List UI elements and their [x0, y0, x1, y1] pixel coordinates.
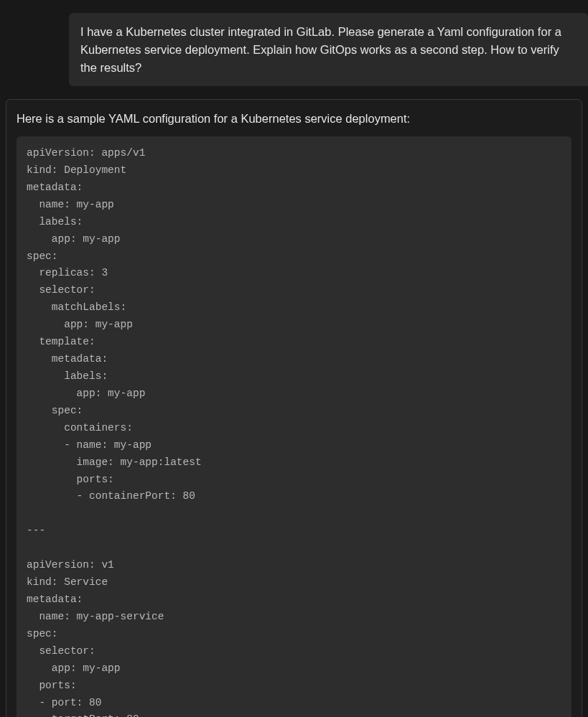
assistant-message-container: Here is a sample YAML configuration for … — [6, 99, 582, 717]
code-content: apiVersion: apps/v1 kind: Deployment met… — [27, 145, 561, 717]
user-message-container: I have a Kubernetes cluster integrated i… — [0, 0, 588, 99]
code-block[interactable]: apiVersion: apps/v1 kind: Deployment met… — [17, 136, 571, 717]
user-message[interactable]: I have a Kubernetes cluster integrated i… — [69, 13, 588, 86]
assistant-intro-text: Here is a sample YAML configuration for … — [17, 110, 571, 128]
